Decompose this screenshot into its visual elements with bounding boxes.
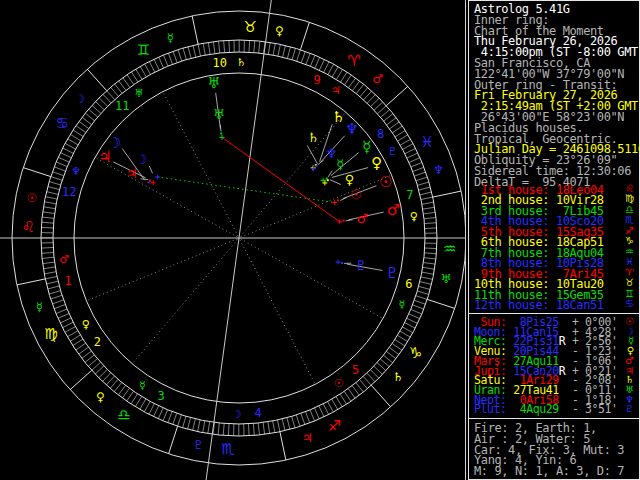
- degree-tick: [319, 59, 324, 70]
- degree-tick: [364, 91, 372, 100]
- degree-tick: [259, 41, 260, 53]
- degree-tick: [159, 57, 164, 68]
- degree-tick: [416, 296, 427, 300]
- degree-tick: [301, 413, 305, 424]
- degree-tick: [345, 75, 352, 85]
- degree-tick: [328, 402, 334, 413]
- sign-glyph-8: ♐: [328, 417, 341, 435]
- degree-tick: [254, 41, 255, 53]
- house-cusp-line: [86, 239, 237, 301]
- natal-uranus-icon: ♅: [213, 107, 225, 122]
- degree-tick: [70, 134, 80, 140]
- degree-tick: [208, 42, 210, 54]
- degree-tick: [45, 197, 57, 200]
- degree-tick: [54, 305, 65, 309]
- house-cusp-line: [241, 239, 383, 319]
- planet-pointer: [328, 171, 332, 177]
- degree-tick: [223, 423, 224, 435]
- degree-tick: [58, 157, 69, 162]
- degree-tick: [263, 422, 265, 434]
- house-ruler-icon: ♄: [236, 56, 246, 69]
- degree-mark-outer: [343, 220, 345, 222]
- sign-glyph-4: ♌: [22, 218, 35, 236]
- sign-boundary: [433, 191, 461, 197]
- degree-tick: [315, 408, 320, 419]
- sign-glyph-9: ♑: [409, 344, 422, 362]
- degree-tick: [203, 43, 205, 55]
- degree-tick: [88, 359, 97, 367]
- degree-tick: [310, 55, 315, 66]
- degree-tick: [65, 327, 76, 333]
- degree-tick: [278, 420, 280, 432]
- degree-tick: [249, 40, 250, 52]
- degree-tick: [296, 415, 300, 426]
- degree-tick: [154, 406, 159, 417]
- degree-tick: [411, 309, 422, 314]
- degree-tick: [43, 212, 55, 214]
- degree-mark-outer: [316, 165, 318, 167]
- house-number-6: 6: [405, 277, 412, 291]
- degree-tick: [107, 91, 115, 100]
- degree-tick: [188, 47, 191, 59]
- degree-tick: [41, 248, 53, 249]
- degree-tick: [374, 366, 383, 374]
- sign-glyph-7: ♏: [221, 440, 235, 458]
- sign-ruler-icon: ☽: [75, 92, 86, 106]
- sign-ruler-icon: ♂: [372, 72, 383, 86]
- degree-mark: [311, 166, 316, 171]
- degree-tick: [273, 43, 275, 55]
- degree-tick: [122, 388, 129, 398]
- house-ruler-icon: ♀: [410, 210, 418, 223]
- house-cusp-line: [163, 92, 238, 237]
- degree-tick: [58, 314, 69, 319]
- degree-tick: [352, 386, 359, 396]
- house-number-1: 1: [65, 274, 72, 288]
- degree-tick: [96, 102, 105, 110]
- house-number-7: 7: [406, 188, 413, 202]
- degree-tick: [392, 344, 402, 351]
- degree-tick: [127, 391, 134, 401]
- degree-tick: [413, 305, 424, 309]
- transit-mercury-icon: ☿: [362, 138, 371, 156]
- planet-row-plut: Plut: 4Aqu29 - 3°51'♇: [474, 405, 637, 415]
- degree-tick: [103, 94, 111, 103]
- sign-glyph-1: ♉: [244, 18, 257, 36]
- degree-tick: [292, 416, 295, 428]
- degree-tick: [89, 109, 98, 117]
- degree-tick: [49, 291, 61, 294]
- degree-tick: [413, 167, 424, 171]
- degree-tick: [193, 419, 196, 431]
- degree-tick: [273, 421, 275, 433]
- degree-tick: [395, 340, 405, 347]
- sign-ruler-icon: ♀: [275, 24, 284, 38]
- sign-icon: ♉: [625, 278, 634, 288]
- degree-tick: [140, 66, 146, 76]
- house-number-11: 11: [115, 99, 129, 113]
- sign-boundary: [192, 16, 198, 44]
- degree-tick: [409, 314, 420, 319]
- degree-tick: [158, 408, 163, 419]
- degree-tick: [82, 117, 92, 124]
- house-number-8: 8: [377, 127, 384, 141]
- degree-tick: [183, 48, 186, 60]
- degree-tick: [424, 223, 436, 224]
- degree-tick: [282, 419, 285, 431]
- degree-tick: [315, 57, 320, 68]
- degree-tick: [420, 282, 432, 285]
- house-number-12: 12: [62, 185, 76, 199]
- sign-ruler-icon: ♀: [96, 390, 105, 404]
- degree-tick: [422, 272, 434, 274]
- degree-tick: [268, 43, 270, 55]
- degree-tick: [229, 40, 230, 52]
- degree-tick: [208, 422, 210, 434]
- degree-mark: [332, 200, 337, 205]
- sign-boundary: [87, 69, 106, 91]
- planet-pointer: [140, 179, 148, 180]
- degree-tick: [103, 373, 111, 382]
- sign-boundary: [371, 385, 390, 407]
- house-ruler-icon: ♆: [71, 165, 81, 178]
- degree-tick: [374, 102, 383, 110]
- degree-tick: [168, 412, 172, 423]
- degree-tick: [332, 67, 338, 77]
- degree-tick: [47, 192, 59, 195]
